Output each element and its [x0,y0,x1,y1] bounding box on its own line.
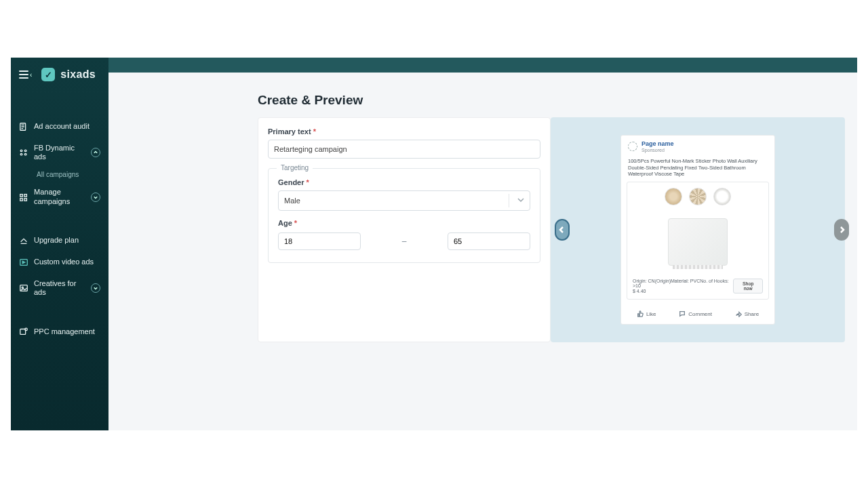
svg-rect-7 [20,198,23,201]
primary-text-label: Primary text * [268,127,540,136]
manage-icon [19,192,28,202]
sidebar-item-label: PPC management [34,327,100,336]
brand-badge-icon: ✓ [41,68,55,81]
sidebar-item-fb-dynamic-ads[interactable]: FB Dynamic ads [11,138,108,167]
like-button[interactable]: Like [637,310,656,317]
thumbnail-row [627,182,768,208]
svg-point-3 [20,154,22,156]
product-thumb [689,188,707,205]
product-thumb [665,188,682,205]
top-accent-bar [11,58,857,73]
ad-primary-text: 100/5Pcs Powerful Non-Mark Sticker Photo… [621,155,774,182]
sidebar-item-label: Custom video ads [34,258,100,266]
targeting-fieldset: Targeting Gender * Male Age * – [268,168,540,263]
sidebar-item-ppc-management[interactable]: PPC management [11,321,108,342]
age-row: – [278,232,530,250]
gender-label: Gender * [278,178,530,186]
share-button[interactable]: Share [735,310,759,317]
audit-icon [19,122,28,131]
collapse-caret-icon: ‹ [30,71,32,79]
age-label: Age * [278,219,530,227]
primary-text-input[interactable] [268,140,540,159]
sidebar-nav: Ad account audit FB Dynamic ads All camp… [11,117,108,342]
product-details: Origin: CN(Origin)Material: PVCNo. of Ho… [633,279,733,288]
sidebar-item-label: Creatives for ads [34,279,85,297]
sidebar-item-custom-video-ads[interactable]: Custom video ads [11,252,108,272]
age-max-input[interactable] [448,232,530,250]
svg-point-11 [22,287,23,288]
shop-now-button[interactable]: Shop now [733,279,763,293]
svg-rect-5 [20,194,23,197]
svg-point-13 [25,328,28,331]
menu-toggle-icon[interactable] [19,70,28,79]
sidebar-item-label: Upgrade plan [34,236,100,245]
sidebar: ‹ ✓ sixads Ad account audit FB Dynamic a… [11,58,108,430]
upgrade-icon [19,236,28,245]
ppc-icon [19,327,28,336]
app-frame: ‹ ✓ sixads Ad account audit FB Dynamic a… [11,58,857,430]
product-info-row: Origin: CN(Origin)Material: PVCNo. of Ho… [627,276,768,296]
main-content: Create & Preview Primary text * Targetin… [108,73,857,430]
sidebar-item-manage-campaigns[interactable]: Manage campaigns [11,182,108,211]
age-range-separator: – [381,237,427,246]
chevron-up-icon [91,148,100,157]
preview-next-button[interactable] [834,219,849,241]
gender-select[interactable]: Male [278,190,530,211]
gender-value: Male [284,197,300,205]
logo-row: ‹ ✓ sixads [11,58,108,94]
product-thumb [713,188,731,205]
sidebar-item-upgrade-plan[interactable]: Upgrade plan [11,230,108,251]
form-panel: Primary text * Targeting Gender * Male A… [258,117,551,342]
sidebar-subitem-all-campaigns[interactable]: All campaigns [11,168,108,181]
chevron-down-icon [517,197,524,205]
sponsored-label: Sponsored [642,148,674,152]
video-icon [19,258,28,267]
avatar-icon [628,142,637,151]
svg-point-1 [20,150,22,152]
sidebar-item-label: FB Dynamic ads [34,144,85,161]
ad-preview-card: Page name Sponsored 100/5Pcs Powerful No… [620,135,775,325]
chevron-down-icon [91,192,100,202]
dynamic-ads-icon [19,148,28,157]
preview-prev-button[interactable] [555,219,570,241]
comment-button[interactable]: Comment [679,310,712,317]
page-title: Create & Preview [258,93,857,108]
age-min-input[interactable] [278,232,361,250]
product-box: Origin: CN(Origin)Material: PVCNo. of Ho… [627,182,769,300]
sidebar-item-ad-account-audit[interactable]: Ad account audit [11,117,108,137]
chevron-down-icon [91,283,100,293]
svg-point-4 [24,154,26,156]
svg-rect-6 [24,194,27,197]
sidebar-item-creatives-for-ads[interactable]: Creatives for ads [11,274,108,302]
creatives-icon [19,283,28,293]
product-price: $ 4.40 [633,289,733,293]
product-main-image [627,208,768,276]
sidebar-item-label: Manage campaigns [34,188,85,205]
svg-point-2 [24,150,26,152]
panel-wrap: Primary text * Targeting Gender * Male A… [258,117,845,342]
sidebar-item-label: Ad account audit [34,122,100,131]
svg-rect-8 [24,198,27,201]
ad-header: Page name Sponsored [621,136,774,155]
brand-name: sixads [60,68,96,81]
targeting-legend: Targeting [277,164,313,171]
preview-panel: Page name Sponsored 100/5Pcs Powerful No… [551,117,845,342]
ad-page-name: Page name [642,141,674,148]
ad-actions: Like Comment Share [621,304,774,324]
